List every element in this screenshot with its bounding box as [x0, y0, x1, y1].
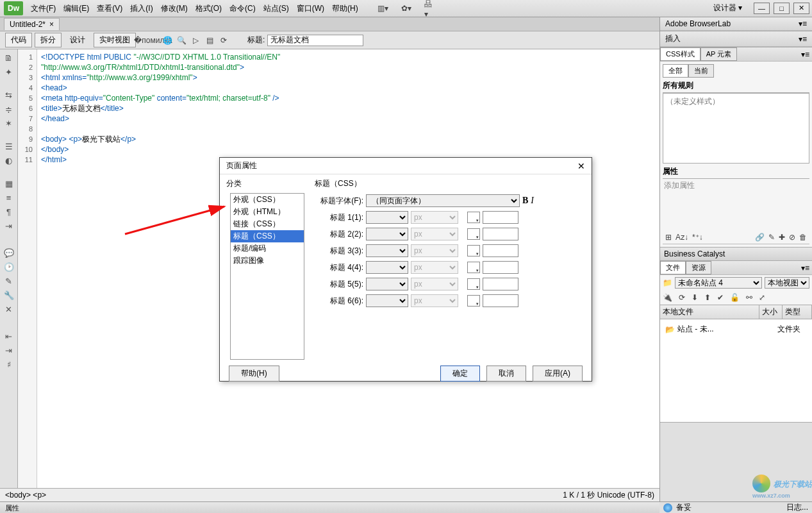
category-appearance-html[interactable]: 外观（HTML）: [231, 206, 304, 218]
menu-site[interactable]: 站点(S): [263, 3, 289, 14]
indent-icon[interactable]: ⇤: [4, 332, 14, 342]
expand-files-icon[interactable]: ⤢: [759, 293, 765, 302]
view-split-button[interactable]: 拆分: [35, 33, 62, 47]
live-code-icon[interactable]: �помилка: [147, 35, 159, 46]
sync-icon[interactable]: ⚯: [746, 293, 752, 302]
assets-tab[interactable]: 资源: [686, 261, 711, 274]
heading-3-color-input[interactable]: [483, 244, 518, 257]
delete-css-icon[interactable]: 🗑: [799, 233, 807, 242]
category-headings-css[interactable]: 标题（CSS）: [231, 230, 304, 242]
menu-insert[interactable]: 插入(I): [130, 3, 153, 14]
checkin-icon[interactable]: 🔓: [730, 293, 740, 302]
menu-window[interactable]: 窗口(W): [297, 3, 324, 14]
wrap-tag-icon[interactable]: 🔧: [4, 290, 14, 301]
category-appearance-css[interactable]: 外观（CSS）: [231, 194, 304, 206]
remove-tag-icon[interactable]: ✕: [4, 305, 14, 315]
files-tab[interactable]: 文件: [660, 261, 686, 274]
close-button[interactable]: ✕: [793, 3, 809, 14]
category-tracing-image[interactable]: 跟踪图像: [231, 255, 304, 267]
css-styles-tab[interactable]: CSS样式: [660, 47, 700, 61]
show-list-icon[interactable]: Aᴢ↓: [675, 233, 688, 242]
heading-2-size[interactable]: [366, 228, 408, 240]
heading-1-unit[interactable]: px: [411, 211, 458, 224]
heading-5-size[interactable]: [366, 278, 408, 290]
heading-font-select[interactable]: （同页面字体）: [366, 194, 520, 207]
browserlab-panel-header[interactable]: Adobe BrowserLab▾≡: [660, 17, 812, 31]
inspect-icon[interactable]: 🔍: [176, 35, 187, 46]
ok-button[interactable]: 确定: [440, 366, 480, 382]
comment-icon[interactable]: ✎: [4, 276, 14, 287]
heading-2-unit[interactable]: px: [411, 228, 458, 240]
heading-3-unit[interactable]: px: [411, 244, 458, 257]
format-icon[interactable]: ♯: [4, 360, 14, 370]
collapse-icon[interactable]: ✦: [4, 67, 14, 78]
dialog-close-icon[interactable]: ✕: [577, 161, 585, 171]
syntax-icon[interactable]: ▦: [4, 179, 14, 189]
edit-rule-icon[interactable]: ✚: [779, 233, 785, 242]
css-current-tab[interactable]: 当前: [688, 64, 714, 78]
properties-panel-header[interactable]: 属性: [0, 501, 659, 513]
heading-6-color[interactable]: [467, 295, 480, 307]
apply-button[interactable]: 应用(A): [533, 366, 583, 382]
layout-icon[interactable]: ▥▾: [377, 3, 389, 14]
menu-file[interactable]: 文件(F): [31, 3, 56, 14]
tag-selector[interactable]: <body> <p>: [5, 491, 46, 500]
category-links-css[interactable]: 链接（CSS）: [231, 218, 304, 230]
snippets-icon[interactable]: 💬: [4, 248, 14, 258]
css-all-tab[interactable]: 全部: [663, 64, 688, 78]
heading-2-color[interactable]: [467, 228, 480, 240]
insert-panel-header[interactable]: 插入▾≡: [660, 31, 812, 47]
auto-indent-icon[interactable]: ⇥: [4, 221, 14, 231]
disable-css-icon[interactable]: ⊘: [789, 233, 795, 242]
heading-5-color-input[interactable]: [483, 278, 518, 290]
col-size[interactable]: 大小: [759, 305, 783, 319]
check-icon[interactable]: ▷: [190, 35, 201, 46]
workspace-switcher[interactable]: 设计器 ▾: [708, 1, 747, 15]
log-link[interactable]: 日志...: [786, 502, 808, 513]
heading-4-color-input[interactable]: [483, 261, 518, 274]
view-code-button[interactable]: 代码: [5, 33, 32, 47]
add-property-link[interactable]: 添加属性: [663, 179, 809, 192]
heading-4-unit[interactable]: px: [411, 261, 458, 274]
get-icon[interactable]: ⬇: [692, 293, 698, 302]
tab-close-icon[interactable]: ×: [49, 20, 54, 29]
put-icon[interactable]: ⬆: [704, 293, 711, 302]
heading-6-size[interactable]: [366, 294, 408, 307]
word-wrap-icon[interactable]: ≡: [4, 193, 14, 203]
heading-4-color[interactable]: [467, 262, 480, 273]
nav-icon[interactable]: ▤: [204, 35, 215, 46]
bold-icon[interactable]: B: [522, 196, 528, 206]
col-local[interactable]: 本地文件: [660, 305, 759, 319]
menu-format[interactable]: 格式(O): [195, 3, 222, 14]
hidden-chars-icon[interactable]: ¶: [4, 207, 14, 217]
document-tab[interactable]: Untitled-2* ×: [4, 18, 60, 30]
ap-elements-tab[interactable]: AP 元素: [700, 47, 738, 61]
expand-icon[interactable]: ⇆: [4, 90, 14, 101]
new-rule-icon[interactable]: ✎: [768, 233, 775, 242]
title-input[interactable]: [267, 35, 363, 46]
connect-icon[interactable]: 🔌: [663, 293, 672, 302]
heading-2-color-input[interactable]: [483, 228, 518, 240]
heading-6-unit[interactable]: px: [411, 294, 458, 307]
menu-help[interactable]: 帮助(H): [332, 3, 358, 14]
heading-1-size[interactable]: [366, 211, 408, 224]
attach-css-icon[interactable]: 🔗: [755, 233, 765, 242]
select-parent-icon[interactable]: ≑: [4, 105, 14, 115]
heading-6-color-input[interactable]: [483, 294, 518, 307]
heading-1-color-input[interactable]: [483, 211, 518, 224]
balance-icon[interactable]: ✶: [4, 119, 14, 129]
business-catalyst-header[interactable]: Business Catalyst: [660, 248, 812, 260]
extend-icon[interactable]: ✿▾: [401, 3, 412, 14]
category-title-encoding[interactable]: 标题/编码: [231, 242, 304, 255]
highlight-icon[interactable]: ◐: [4, 156, 14, 166]
refresh-icon[interactable]: ⟳: [218, 35, 229, 46]
file-tree[interactable]: 📂 站点 - 未... 文件夹: [660, 319, 812, 422]
site-select[interactable]: 未命名站点 4: [675, 277, 762, 289]
help-button[interactable]: 帮助(H): [229, 366, 279, 382]
heading-3-size[interactable]: [366, 244, 408, 257]
heading-5-unit[interactable]: px: [411, 278, 458, 290]
line-numbers-icon[interactable]: ☰: [4, 142, 14, 152]
italic-icon[interactable]: I: [531, 196, 534, 206]
menu-modify[interactable]: 修改(M): [161, 3, 188, 14]
heading-3-color[interactable]: [467, 245, 480, 256]
